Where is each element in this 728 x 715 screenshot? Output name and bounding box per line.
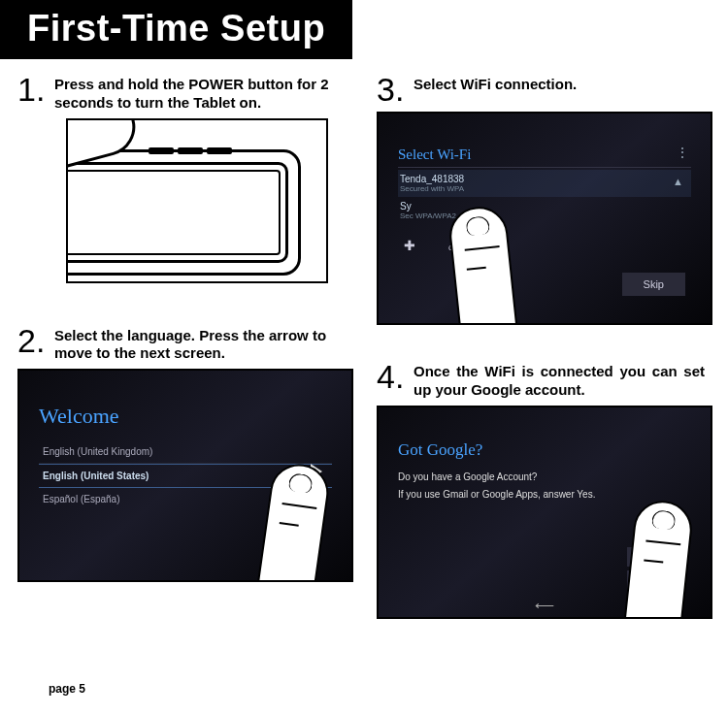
wifi-security: Sec WPA/WPA2 — [400, 211, 689, 220]
screen-title: Select Wi-Fi — [398, 146, 691, 168]
menu-dots-icon: ⋮ — [676, 145, 687, 160]
step-number: 1. — [17, 73, 47, 106]
step-text: Select WiFi connection. — [414, 73, 577, 94]
skip-button: Skip — [622, 273, 685, 296]
step-number: 2. — [17, 324, 47, 357]
wifi-network-row: Sy Sec WPA/WPA2 — [398, 197, 691, 224]
step-number: 4. — [377, 360, 406, 393]
wifi-security: Secured with WPA — [400, 184, 689, 193]
screenshot-google: Got Google? Do you have a Google Account… — [377, 406, 712, 619]
wifi-network-row: Tenda_481838 Secured with WPA ▲ — [398, 170, 691, 197]
wifi-name: Tenda_481838 — [400, 174, 464, 184]
back-icon: ⟵ — [535, 598, 554, 613]
screenshot-language: Welcome English (United Kingdom) English… — [17, 369, 353, 582]
left-column: 1. Press and hold the POWER button for 2… — [17, 73, 353, 636]
screen-text: Do you have a Google Account? — [398, 470, 691, 484]
page-footer: page 5 — [49, 682, 85, 696]
illustration-power-button — [66, 118, 328, 283]
page-title: First-Time Setup — [0, 0, 352, 59]
step-4: 4. Once the WiFi is connected you can se… — [377, 360, 712, 619]
step-number: 3. — [377, 73, 406, 106]
step-2: 2. Select the language. Press the arrow … — [17, 324, 353, 583]
screen-text: If you use Gmail or Google Apps, answer … — [398, 487, 691, 502]
screen-title: Welcome — [39, 404, 332, 429]
step-text: Press and hold the POWER button for 2 se… — [54, 73, 353, 113]
wifi-signal-icon: ▲ — [673, 176, 683, 187]
wifi-name: Sy — [400, 201, 412, 211]
right-column: 3. Select WiFi connection. Select Wi-Fi … — [377, 73, 712, 636]
screen-title: Got Google? — [398, 440, 691, 460]
content-area: 1. Press and hold the POWER button for 2… — [0, 59, 728, 636]
language-option: English (United Kingdom) — [39, 440, 332, 464]
step-3: 3. Select WiFi connection. Select Wi-Fi … — [377, 73, 712, 325]
step-text: Once the WiFi is connected you can set u… — [414, 360, 705, 400]
screenshot-wifi: Select Wi-Fi ⋮ Tenda_481838 Secured with… — [377, 112, 712, 325]
step-text: Select the language. Press the arrow to … — [54, 324, 353, 364]
step-1: 1. Press and hold the POWER button for 2… — [17, 73, 353, 283]
